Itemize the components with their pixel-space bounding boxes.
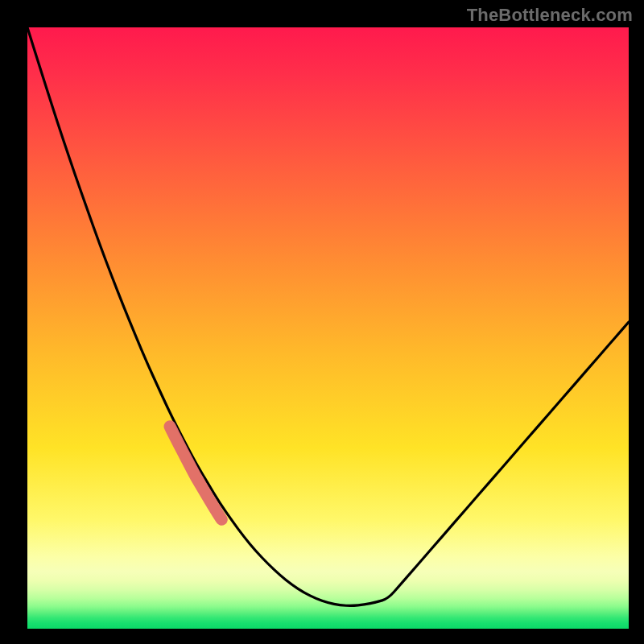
curve-path bbox=[27, 27, 629, 605]
bottleneck-curve bbox=[27, 27, 629, 629]
watermark-text: TheBottleneck.com bbox=[467, 5, 633, 26]
chart-frame: TheBottleneck.com bbox=[0, 0, 644, 644]
plot-area bbox=[27, 27, 629, 629]
confidence-band bbox=[170, 427, 221, 520]
